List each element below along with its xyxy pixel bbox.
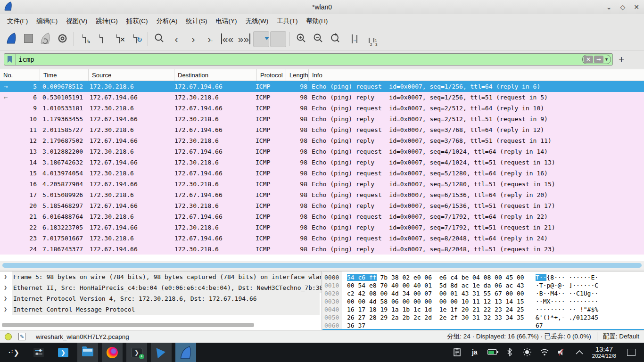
expand-arrow-icon[interactable]: ❯: [4, 304, 7, 315]
zoom-in-button[interactable]: [293, 31, 309, 47]
bluetooth-icon[interactable]: [505, 347, 514, 357]
column-header-no[interactable]: No.: [0, 69, 40, 81]
menu-item-10[interactable]: 帮助(H): [302, 15, 332, 27]
expert-info-icon[interactable]: [5, 333, 12, 340]
hex-row-0040[interactable]: 004016 17 18 19 1a 1b 1c 1d 1e 1f 20 21 …: [322, 305, 644, 313]
menu-item-9[interactable]: 工具(T): [272, 15, 302, 27]
hex-row-0050[interactable]: 005026 27 28 29 2a 2b 2c 2d 2e 2f 30 31 …: [322, 313, 644, 321]
hex-row-0000[interactable]: 000054 c6 ff 7b 38 02 e0 06 e6 c4 be 04 …: [322, 273, 644, 281]
column-header-destination[interactable]: Destination: [174, 69, 257, 81]
column-header-source[interactable]: Source: [89, 69, 174, 81]
expand-arrow-icon[interactable]: ❯: [4, 282, 7, 293]
colorize-button[interactable]: [270, 31, 286, 47]
menu-item-0[interactable]: 文件(F): [3, 15, 32, 27]
close-button[interactable]: ✕: [634, 3, 639, 11]
filter-value[interactable]: icmp: [16, 56, 34, 63]
menu-item-8[interactable]: 无线(W): [241, 15, 273, 27]
capture-options-button[interactable]: [54, 31, 70, 47]
packet-row-9[interactable]: 91.010533181172.30.218.6172.67.194.66ICM…: [0, 103, 644, 114]
battery-icon[interactable]: [487, 347, 497, 357]
clipboard-icon[interactable]: [453, 347, 462, 357]
detail-row-2[interactable]: ❯Internet Protocol Version 4, Src: 172.3…: [0, 293, 322, 304]
column-header-length[interactable]: Length: [286, 69, 309, 81]
hex-row-0030[interactable]: 003000 00 4d 58 06 00 00 00 00 00 10 11 …: [322, 297, 644, 305]
packet-row-15[interactable]: 154.013974054172.30.218.6172.67.194.66IC…: [0, 168, 644, 179]
packet-row-13[interactable]: 133.012882200172.30.218.6172.67.194.66IC…: [0, 146, 644, 157]
packet-row-20[interactable]: 205.185468297172.67.194.66172.30.218.6IC…: [0, 200, 644, 211]
auto-scroll-button[interactable]: [253, 31, 269, 47]
go-forward-button[interactable]: ›: [185, 31, 201, 47]
scrollbar-thumb[interactable]: [2, 263, 642, 268]
packet-list-hscrollbar[interactable]: [0, 261, 644, 270]
menu-item-5[interactable]: 分析(A): [152, 15, 182, 27]
save-file-button[interactable]: [94, 31, 110, 47]
clock[interactable]: 13:47 2024/12/8: [592, 346, 616, 359]
hex-row-0010[interactable]: 001000 54 e8 70 40 00 40 01 5d 8d ac 1e …: [322, 281, 644, 289]
menu-item-7[interactable]: 电话(Y): [212, 15, 241, 27]
capture-comment-icon[interactable]: ✎: [18, 333, 25, 340]
packet-row-21[interactable]: 216.016488764172.30.218.6172.67.194.66IC…: [0, 211, 644, 222]
minimize-button[interactable]: ⌄: [606, 3, 612, 11]
filter-clear-button[interactable]: ✕: [584, 56, 593, 63]
find-packet-button[interactable]: [151, 31, 167, 47]
packet-row-16[interactable]: 164.205877904172.67.194.66172.30.218.6IC…: [0, 179, 644, 189]
go-to-packet-button[interactable]: ›·: [202, 31, 218, 47]
column-header-protocol[interactable]: Protocol: [257, 69, 286, 81]
go-back-button[interactable]: ‹: [168, 31, 184, 47]
column-header-time[interactable]: Time: [40, 69, 89, 81]
input-method-indicator[interactable]: ja: [470, 347, 479, 357]
first-packet-button[interactable]: ««: [219, 31, 235, 47]
restart-capture-button[interactable]: [37, 31, 53, 47]
filter-add-button[interactable]: +: [619, 54, 624, 65]
hex-row-0020[interactable]: 0020c2 42 08 00 4d 34 00 07 00 01 43 31 …: [322, 289, 644, 297]
hex-row-0060[interactable]: 006036 3767: [322, 321, 644, 329]
start-capture-button[interactable]: [3, 31, 19, 47]
packet-row-24[interactable]: 247.186743377172.67.194.66172.30.218.6IC…: [0, 244, 644, 255]
tray-expand-icon[interactable]: [575, 347, 584, 357]
packet-row-10[interactable]: 101.179363455172.67.194.66172.30.218.6IC…: [0, 114, 644, 124]
firefox-icon[interactable]: [102, 343, 123, 362]
app-launcher-icon[interactable]: ·:❯: [4, 343, 25, 362]
displayed-columns-button[interactable]: 123: [361, 31, 377, 47]
packet-row-22[interactable]: 226.183223705172.67.194.66172.30.218.6IC…: [0, 222, 644, 233]
zoom-reset-button[interactable]: [327, 31, 343, 47]
resize-columns-button[interactable]: ↔: [344, 31, 360, 47]
menu-item-4[interactable]: 捕获(C): [122, 15, 152, 27]
wifi-icon[interactable]: [540, 347, 549, 357]
packet-row-5[interactable]: →50.009678512172.30.218.6172.67.194.66IC…: [0, 81, 644, 92]
details-hscrollbar-thumb[interactable]: [2, 323, 254, 327]
open-file-button[interactable]: ↳: [77, 31, 93, 47]
last-packet-button[interactable]: »»: [236, 31, 252, 47]
file-manager-icon[interactable]: [77, 343, 98, 362]
detail-row-0[interactable]: ❯Frame 5: 98 bytes on wire (784 bits), 9…: [0, 272, 322, 282]
packet-row-14[interactable]: 143.186742632172.67.194.66172.30.218.6IC…: [0, 157, 644, 168]
expand-arrow-icon[interactable]: ❯: [4, 293, 7, 304]
packet-row-6[interactable]: ←60.530105191172.67.194.66172.30.218.6IC…: [0, 92, 644, 103]
profile-label[interactable]: 配置: Default: [603, 332, 639, 341]
packet-row-12[interactable]: 122.179687502172.67.194.66172.30.218.6IC…: [0, 135, 644, 146]
zoom-out-button[interactable]: [310, 31, 326, 47]
column-header-info[interactable]: Info: [309, 69, 644, 81]
detail-row-1[interactable]: ❯Ethernet II, Src: HonHaiPrecis_c4:be:04…: [0, 282, 322, 293]
detail-row-3[interactable]: ❯Internet Control Message Protocol: [0, 304, 322, 315]
maximize-button[interactable]: ◇: [620, 3, 625, 11]
menu-item-1[interactable]: 编辑(E): [32, 15, 62, 27]
close-file-button[interactable]: ✕: [111, 31, 127, 47]
reload-file-button[interactable]: ↻: [128, 31, 144, 47]
wireshark-icon[interactable]: [175, 343, 196, 362]
menu-item-2[interactable]: 视图(V): [62, 15, 91, 27]
menu-item-6[interactable]: 统计(S): [182, 15, 212, 27]
display-filter-input[interactable]: icmp ✕ ➞ ▼: [4, 53, 613, 66]
volume-muted-icon[interactable]: [557, 347, 567, 357]
filter-dropdown-caret-icon[interactable]: ▼: [604, 57, 609, 62]
system-settings-icon[interactable]: [28, 343, 49, 362]
menu-item-3[interactable]: 跳转(G): [91, 15, 122, 27]
packet-row-23[interactable]: 237.017501667172.30.218.6172.67.194.66IC…: [0, 233, 644, 244]
stop-capture-button[interactable]: [20, 31, 36, 47]
expand-arrow-icon[interactable]: ❯: [4, 272, 7, 282]
packet-row-11[interactable]: 112.011585727172.30.218.6172.67.194.66IC…: [0, 124, 644, 135]
packet-row-17[interactable]: 175.015089926172.30.218.6172.67.194.66IC…: [0, 189, 644, 200]
vscode-icon[interactable]: [151, 343, 172, 362]
brightness-icon[interactable]: [522, 347, 532, 357]
discover-store-icon[interactable]: ❯: [53, 343, 74, 362]
